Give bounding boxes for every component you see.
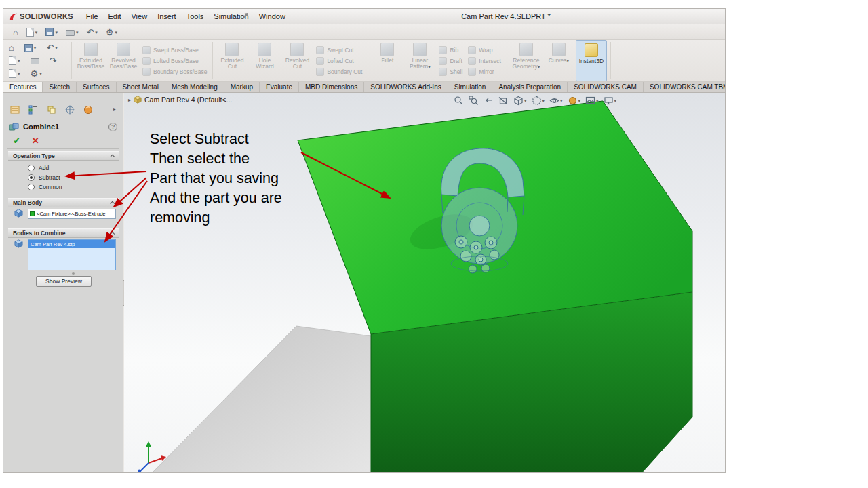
extruded-cut-button[interactable]: Extruded Cut [216,40,248,81]
new-document-button[interactable]: ▾ [24,25,41,39]
instant3d-button[interactable]: Instant3D [576,40,607,81]
chevron-down-icon[interactable]: ▾ [578,98,581,103]
hole-wizard-button[interactable]: Hole Wizard [249,40,280,81]
panel-tab-overflow-icon[interactable]: ▸ [113,106,116,113]
chevron-down-icon[interactable]: ▾ [55,45,58,50]
graphics-area[interactable]: ▸ Cam Part Rev 4 (Default<... ▾ ▾ ▾ ▾ ▾ … [124,93,726,473]
radio-subtract[interactable]: Subtract [28,174,60,182]
curves-button[interactable]: Curves▾ [543,40,574,81]
chevron-down-icon[interactable]: ▾ [18,58,20,63]
swept-boss-button[interactable]: Swept Boss/Base [142,45,207,54]
bodies-to-combine-group-header[interactable]: Bodies to Combine [8,228,119,238]
view-orientation-icon[interactable]: ▾ [513,96,527,106]
zoom-to-area-icon[interactable] [469,96,479,106]
tab-features[interactable]: Features [3,82,43,92]
settings-button[interactable]: ⚙▾ [103,25,120,39]
main-body-group-header[interactable]: Main Body [8,198,119,207]
radio-circle[interactable] [28,165,35,171]
resize-handle[interactable] [72,272,75,275]
chevron-down-icon[interactable]: ▾ [524,98,527,103]
home-button[interactable]: ⌂ [10,25,21,39]
dimxpert-manager-tab[interactable] [65,105,75,115]
radio-circle[interactable] [28,184,35,190]
menu-insert[interactable]: Insert [153,11,181,22]
radio-common[interactable]: Common [28,183,62,191]
menu-edit[interactable]: Edit [104,11,126,22]
home-button[interactable]: ⌂ [6,41,17,55]
chevron-down-icon[interactable]: ▾ [542,98,545,103]
reference-geometry-button[interactable]: Reference Geometry▾ [511,40,542,81]
tab-simulation[interactable]: Simulation [448,82,493,92]
print-button[interactable] [28,54,42,68]
save-button[interactable]: ▾ [43,25,60,39]
tab-markup[interactable]: Markup [224,82,260,92]
menu-file[interactable]: File [81,11,103,22]
chevron-down-icon[interactable]: ▾ [18,71,20,76]
apply-scene-icon[interactable]: ▾ [585,96,599,106]
list-item-selected[interactable]: Cam Part Rev 4.stp [28,240,115,248]
accept-button[interactable]: ✓ [13,135,21,146]
tab-sheet-metal[interactable]: Sheet Metal [117,82,165,92]
show-preview-button[interactable]: Show Preview [36,276,92,287]
chevron-down-icon[interactable]: ▾ [560,98,563,103]
shell-button[interactable]: Shell [439,67,462,76]
tab-mesh-modeling[interactable]: Mesh Modeling [165,82,224,92]
chevron-down-icon[interactable]: ▾ [76,30,79,35]
view-settings-icon[interactable]: ▾ [604,96,617,106]
edit-appearance-icon[interactable]: ▾ [568,96,581,106]
main-body-field[interactable]: <Cam Fixture>-<Boss-Extrude [28,209,116,219]
operation-type-group-header[interactable]: Operation Type [8,151,119,161]
mirror-button[interactable]: Mirror [468,67,501,76]
configuration-manager-tab[interactable] [47,105,56,115]
tab-mbd-dimensions[interactable]: MBD Dimensions [299,82,364,92]
chevron-down-icon[interactable]: ▾ [115,30,117,35]
tab-sketch[interactable]: Sketch [43,82,77,92]
zoom-fit-icon[interactable] [454,96,464,106]
undo-button[interactable]: ↶▾ [83,25,100,39]
swept-cut-button[interactable]: Swept Cut [316,45,362,54]
display-style-icon[interactable]: ▾ [532,96,545,106]
extruded-boss-button[interactable]: Extruded Boss/Base [75,40,106,81]
revolved-cut-button[interactable]: Revolved Cut [281,40,313,81]
tab-evaluate[interactable]: Evaluate [260,82,299,92]
rib-button[interactable]: Rib [439,45,462,54]
help-icon[interactable]: ? [108,123,117,131]
section-view-icon[interactable] [498,96,509,106]
options-button[interactable]: ⚙▾ [28,67,45,81]
tab-solidworks-add-ins[interactable]: SOLIDWORKS Add-Ins [364,82,448,92]
revolved-boss-button[interactable]: Revolved Boss/Base [108,40,139,81]
draft-button[interactable]: Draft [439,56,462,65]
chevron-down-icon[interactable]: ▾ [538,64,540,69]
wrap-button[interactable]: Wrap [468,45,501,54]
tab-solidworks-cam[interactable]: SOLIDWORKS CAM [568,82,644,92]
property-manager-tab[interactable] [10,105,20,115]
chevron-down-icon[interactable]: ▾ [34,45,37,50]
intersect-button[interactable]: Intersect [468,56,501,65]
linear-pattern-button[interactable]: Linear Pattern▾ [404,40,435,81]
chevron-down-icon[interactable]: ▾ [39,71,42,76]
open-document-button[interactable]: ▾ [6,67,23,81]
undo-button[interactable]: ↶▾ [43,41,60,55]
previous-view-icon[interactable] [484,96,494,106]
breadcrumb[interactable]: ▸ Cam Part Rev 4 (Default<... [128,96,232,104]
new-document-button[interactable]: ▾ [6,54,23,68]
display-manager-tab[interactable] [83,105,93,115]
fillet-button[interactable]: Fillet [372,40,403,81]
boundary-boss-button[interactable]: Boundary Boss/Base [142,67,207,76]
gray-plate-body[interactable] [151,326,376,473]
chevron-down-icon[interactable]: ▾ [55,30,58,35]
menu-tools[interactable]: Tools [182,11,209,22]
pin-menu-icon[interactable] [242,12,249,20]
save-button[interactable]: ▾ [22,41,39,55]
lofted-cut-button[interactable]: Lofted Cut [316,56,362,65]
radio-circle-selected[interactable] [28,174,35,181]
tree-flyout-icon[interactable]: ▸ [128,97,131,103]
chevron-down-icon[interactable]: ▾ [428,64,431,69]
tab-solidworks-cam-tbm[interactable]: SOLIDWORKS CAM TBM [644,82,726,92]
print-button[interactable]: ▾ [63,25,81,39]
hide-show-items-icon[interactable]: ▾ [549,96,563,106]
chevron-down-icon[interactable]: ▾ [614,98,617,103]
bodies-list[interactable]: Cam Part Rev 4.stp [28,239,116,270]
cancel-button[interactable]: ✕ [32,136,39,146]
redo-button[interactable]: ↷ [47,54,60,68]
